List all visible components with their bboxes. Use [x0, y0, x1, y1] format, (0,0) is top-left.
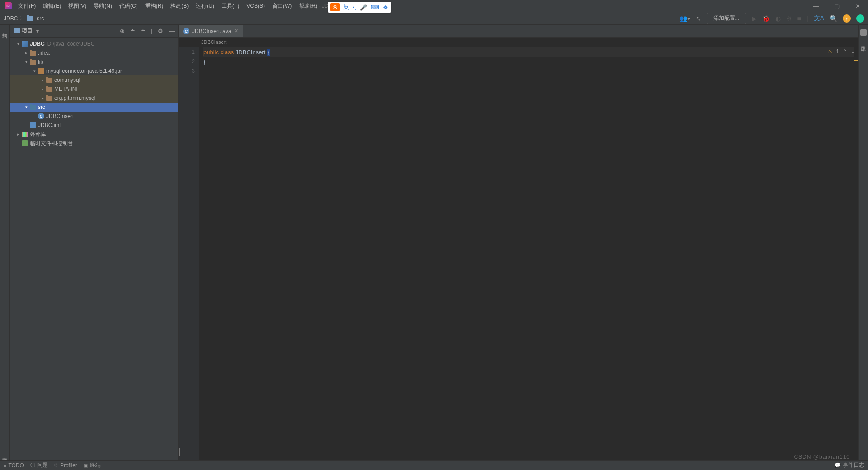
chevron-right-icon[interactable]: ▸	[39, 78, 46, 82]
favorites-tool-button[interactable]: 收藏夹	[1, 452, 8, 456]
event-log-button[interactable]: 💬事件日志	[835, 461, 864, 469]
menu-edit[interactable]: 编辑(E)	[39, 0, 65, 12]
tree-scratches[interactable]: 临时文件和控制台	[10, 139, 178, 148]
project-tree[interactable]: ▾ JDBC D:\java_code\JDBC ▸ .idea ▾ lib ▾…	[10, 38, 178, 460]
database-icon[interactable]	[860, 29, 867, 36]
project-panel-title[interactable]: 项目	[22, 27, 33, 35]
menubar: IJ 文件(F) 编辑(E) 视图(V) 导航(N) 代码(C) 重构(R) 构…	[0, 0, 868, 12]
problems-button[interactable]: ⓘ问题	[30, 461, 48, 469]
user-icon[interactable]: 👥▾	[679, 15, 690, 22]
tree-src-folder[interactable]: ▾ src	[10, 103, 178, 112]
tree-label: src	[38, 104, 45, 110]
class-icon: C	[38, 113, 44, 119]
profile-icon[interactable]: ⚙	[786, 15, 792, 22]
expand-all-icon[interactable]: ≑	[130, 28, 135, 34]
code-content[interactable]: public class JDBCInsert { }	[199, 47, 858, 460]
warning-count[interactable]: 1	[836, 48, 839, 55]
stop-icon[interactable]: ■	[797, 15, 801, 22]
tool-window-toggle-icon[interactable]	[4, 464, 9, 468]
editor-indicators: ⚠ 1 ⌃ ⌄	[827, 48, 855, 55]
tree-package-meta-inf[interactable]: ▸ META-INF	[10, 85, 178, 94]
menu-file[interactable]: 文件(F)	[14, 0, 39, 12]
tree-class-jdbcinsert[interactable]: C JDBCInsert	[10, 112, 178, 121]
editor-breadcrumb[interactable]: JDBCInsert	[179, 38, 858, 47]
project-dropdown-icon[interactable]: ▾	[36, 28, 39, 34]
ime-apps-icon[interactable]: ❖	[383, 4, 388, 11]
tree-jar-file[interactable]: ▾ mysql-connector-java-5.1.49.jar	[10, 66, 178, 75]
chevron-down-icon[interactable]: ▾	[14, 42, 22, 46]
jar-icon	[38, 68, 44, 74]
iml-icon	[30, 122, 36, 128]
breadcrumb-class[interactable]: JDBCInsert	[201, 39, 226, 45]
tree-package-org-gjt[interactable]: ▸ org.gjt.mm.mysql	[10, 94, 178, 103]
tree-idea-folder[interactable]: ▸ .idea	[10, 48, 178, 57]
chevron-right-icon[interactable]: ▸	[39, 96, 46, 100]
chevron-right-icon[interactable]: ▸	[23, 51, 30, 55]
chevron-down-icon[interactable]: ▾	[23, 60, 30, 64]
breadcrumb[interactable]: JDBC 〉 src	[4, 14, 44, 22]
prev-highlight-icon[interactable]: ⌃	[843, 48, 847, 55]
left-tool-strip: 结构 收藏夹	[0, 25, 10, 460]
search-icon[interactable]: 🔍	[830, 15, 837, 22]
tree-label: JDBC	[30, 41, 45, 47]
menu-vcs[interactable]: VCS(S)	[243, 1, 269, 11]
breadcrumb-root[interactable]: JDBC	[4, 15, 18, 22]
tree-label: 外部库	[30, 131, 46, 138]
minimize-button[interactable]: —	[806, 0, 826, 12]
ime-lang[interactable]: 英	[343, 3, 349, 11]
breadcrumb-folder[interactable]: src	[37, 15, 44, 22]
warning-icon[interactable]: ⚠	[827, 48, 832, 55]
ime-mic-icon[interactable]: 🎤	[360, 4, 367, 11]
ime-brand-icon: S	[330, 3, 340, 11]
coverage-icon[interactable]: ◐	[775, 15, 781, 22]
hide-panel-icon[interactable]: —	[169, 28, 175, 34]
translate-icon[interactable]: 文A	[814, 14, 824, 23]
maximize-button[interactable]: ▢	[826, 0, 847, 12]
updates-icon[interactable]: ↑	[843, 14, 851, 23]
menu-run[interactable]: 运行(U)	[192, 0, 218, 12]
profiler-icon: ⟳	[54, 462, 58, 468]
navigation-bar: JDBC 〉 src 👥▾ ↖ 添加配置... ▶ 🐞 ◐ ⚙ ■ | 文A 🔍…	[0, 12, 868, 25]
tree-package-com-mysql[interactable]: ▸ com.mysql	[10, 75, 178, 85]
build-icon[interactable]: ↖	[696, 15, 701, 22]
close-button[interactable]: ✕	[847, 0, 868, 12]
tab-label: JDBCInsert.java	[192, 28, 231, 34]
menu-window[interactable]: 窗口(W)	[269, 0, 295, 12]
collapse-all-icon[interactable]: ≐	[141, 28, 146, 34]
menu-code[interactable]: 代码(C)	[116, 0, 142, 12]
tree-label: org.gjt.mm.mysql	[54, 95, 95, 101]
add-configuration-button[interactable]: 添加配置...	[707, 13, 746, 24]
chevron-right-icon[interactable]: ▸	[39, 87, 46, 91]
avatar-icon[interactable]	[856, 14, 864, 23]
tab-jdbcinsert[interactable]: C JDBCInsert.java ✕	[179, 25, 243, 37]
menu-refactor[interactable]: 重构(R)	[142, 0, 167, 12]
ime-keyboard-icon[interactable]: ⌨	[371, 4, 379, 11]
chevron-down-icon[interactable]: ▾	[23, 105, 30, 109]
menu-view[interactable]: 视图(V)	[65, 0, 90, 12]
code-editor[interactable]: 1 2 3 public class JDBCInsert { } ⚠ 1 ⌃ …	[179, 47, 858, 460]
tree-external-libraries[interactable]: ▸ 外部库	[10, 130, 178, 139]
run-icon[interactable]: ▶	[752, 15, 757, 22]
tree-project-root[interactable]: ▾ JDBC D:\java_code\JDBC	[10, 39, 178, 48]
problems-icon: ⓘ	[30, 462, 35, 469]
ime-punct[interactable]: •,	[353, 4, 356, 11]
close-tab-icon[interactable]: ✕	[234, 28, 238, 34]
tree-iml-file[interactable]: JDBC.iml	[10, 121, 178, 130]
structure-tool-button[interactable]: 结构	[1, 28, 8, 31]
debug-icon[interactable]: 🐞	[762, 15, 770, 22]
terminal-button[interactable]: ▣终端	[84, 461, 101, 469]
menu-build[interactable]: 构建(B)	[167, 0, 192, 12]
chevron-down-icon[interactable]: ▾	[31, 69, 38, 73]
ime-toolbar[interactable]: S 英 •, 🎤 ⌨ ❖	[328, 2, 391, 13]
chevron-right-icon[interactable]: ▸	[14, 132, 22, 136]
menu-nav[interactable]: 导航(N)	[90, 0, 116, 12]
warning-marker[interactable]	[854, 60, 858, 61]
settings-icon[interactable]: ⚙	[158, 28, 163, 34]
bookmark-marker	[179, 448, 180, 456]
tree-lib-folder[interactable]: ▾ lib	[10, 57, 178, 66]
locate-icon[interactable]: ⊕	[120, 28, 125, 34]
next-highlight-icon[interactable]: ⌄	[851, 48, 855, 55]
database-tool-button[interactable]: 数据库	[860, 40, 867, 44]
menu-tools[interactable]: 工具(T)	[218, 0, 243, 12]
profiler-button[interactable]: ⟳Profiler	[54, 462, 77, 469]
